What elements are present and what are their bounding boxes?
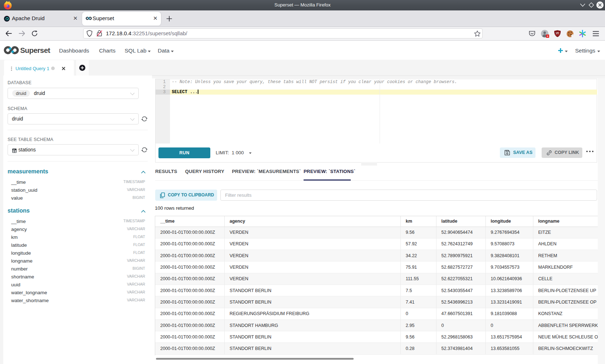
svg-text:UO: UO [556,32,559,34]
